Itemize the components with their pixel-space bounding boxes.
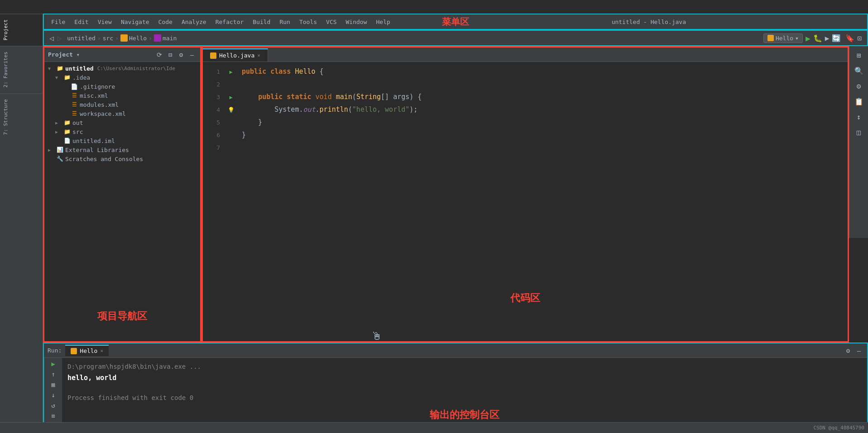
tree-label-untitled: untitled xyxy=(65,65,94,72)
menu-file[interactable]: File xyxy=(48,17,69,27)
layout-button[interactable]: ⊡ xyxy=(857,34,862,43)
breadcrumb-main[interactable]: main xyxy=(154,34,177,42)
console-stop-btn[interactable]: ■ xyxy=(47,381,60,389)
run-gutter-btn-3[interactable]: ▶ xyxy=(225,91,236,104)
main-icon xyxy=(154,34,161,42)
run-button[interactable]: ▶ xyxy=(806,33,810,43)
console-tab-hello[interactable]: Hello × xyxy=(65,345,109,356)
tree-item-untitled[interactable]: ▼ 📁 untitled C:\Users\Administrator\Ide xyxy=(44,64,200,73)
console-area: Run: Hello × ⚙ – ▶ ↑ ■ ↓ ↺ ≡ ⊞ D:\progra… xyxy=(43,343,868,433)
lightbulb-btn[interactable]: 💡 xyxy=(225,104,236,116)
back-button[interactable]: ◁ xyxy=(49,34,54,43)
console-settings-btn[interactable]: ⚙ xyxy=(844,346,853,355)
sidebar-tab-structure[interactable]: 7: Structure xyxy=(0,93,43,140)
breadcrumb-hello[interactable]: Hello xyxy=(120,34,147,42)
breadcrumb-sep-3: › xyxy=(149,35,152,42)
gutter-empty-7 xyxy=(225,142,236,154)
menu-tools[interactable]: Tools xyxy=(296,17,321,27)
menu-help[interactable]: Help xyxy=(373,17,394,27)
code-token: public xyxy=(258,91,287,103)
forward-button[interactable]: ▷ xyxy=(58,34,62,43)
console-content-row: ▶ ↑ ■ ↓ ↺ ≡ ⊞ D:\program\hspjdk8\bin\jav… xyxy=(44,358,867,432)
line-num-1: 1 xyxy=(216,66,220,78)
tree-arrow-idea: ▼ xyxy=(55,75,62,80)
sidebar-tab-favorites[interactable]: 2: Favorites xyxy=(0,46,43,93)
tree-label-out: out xyxy=(72,119,83,126)
menu-code[interactable]: Code xyxy=(155,17,176,27)
code-token: { xyxy=(316,66,324,78)
right-icon-6[interactable]: ◫ xyxy=(852,125,866,139)
code-token: ); xyxy=(409,104,417,116)
code-content: 1 2 3 4 5 6 7 ▶ ▶ 💡 public cla xyxy=(203,62,848,341)
console-line-output: hello, world xyxy=(67,372,862,384)
menu-edit[interactable]: Edit xyxy=(71,17,92,27)
tree-item-external[interactable]: ▶ 📊 External Libraries xyxy=(44,145,200,154)
file-icon-modules: ☰ xyxy=(71,101,78,108)
run-config-selector[interactable]: Hello ▾ xyxy=(763,33,803,43)
tab-close-btn[interactable]: × xyxy=(257,52,260,58)
console-run-btn[interactable]: ▶ xyxy=(47,360,60,368)
menu-navigate[interactable]: Navigate xyxy=(117,17,153,27)
bookmark-button[interactable]: 🔖 xyxy=(845,34,854,43)
collapse-all-btn[interactable]: ⊟ xyxy=(166,50,175,59)
code-token: ) { xyxy=(409,91,422,103)
console-tab-close[interactable]: × xyxy=(100,348,103,354)
breadcrumb-untitled[interactable]: untitled xyxy=(67,35,96,42)
editor-tab-hello[interactable]: Hello.java × xyxy=(203,48,268,62)
console-line-exit: Process finished with exit code 0 xyxy=(67,393,862,404)
menu-run[interactable]: Run xyxy=(276,17,293,27)
tree-item-src[interactable]: ▶ 📁 src xyxy=(44,127,200,136)
sync-panel-btn[interactable]: ⟳ xyxy=(155,50,164,59)
code-token: class xyxy=(270,66,295,78)
menu-view[interactable]: View xyxy=(94,17,115,27)
menu-build[interactable]: Build xyxy=(249,17,274,27)
left-sidebar: Project 2: Favorites 7: Structure xyxy=(0,14,43,433)
code-token: . xyxy=(316,104,320,116)
status-right: CSDN @qq_40845790 xyxy=(813,425,864,431)
right-icon-1[interactable]: ⊞ xyxy=(852,48,866,62)
debug-button[interactable]: 🐛 xyxy=(813,34,822,43)
right-icon-2[interactable]: 🔍 xyxy=(852,63,866,78)
sidebar-tab-project[interactable]: Project xyxy=(0,14,43,46)
external-icon: 📊 xyxy=(56,146,63,153)
console-down-btn[interactable]: ↓ xyxy=(47,391,60,400)
run-gutter-btn-1[interactable]: ▶ xyxy=(225,66,236,78)
tree-item-misc[interactable]: ☰ misc.xml xyxy=(44,91,200,100)
tree-item-workspace[interactable]: ☰ workspace.xml xyxy=(44,109,200,118)
right-icon-4[interactable]: 📋 xyxy=(852,94,866,109)
menu-refactor[interactable]: Refactor xyxy=(212,17,248,27)
breadcrumb-src[interactable]: src xyxy=(103,35,113,42)
tree-item-idea[interactable]: ▼ 📁 .idea xyxy=(44,73,200,82)
close-panel-btn[interactable]: – xyxy=(187,50,197,59)
run-config-area: Hello ▾ ▶ 🐛 ▶ 🔄 🔖 ⊡ xyxy=(763,33,862,43)
menu-analyze[interactable]: Analyze xyxy=(178,17,210,27)
tree-item-gitignore[interactable]: 📄 .gitignore xyxy=(44,82,200,91)
console-list-btn[interactable]: ≡ xyxy=(47,411,60,420)
tree-item-out[interactable]: ▶ 📁 out xyxy=(44,118,200,127)
line-num-6: 6 xyxy=(216,129,220,142)
coverage-button[interactable]: ▶ xyxy=(825,34,830,43)
profile-button[interactable]: 🔄 xyxy=(832,34,841,43)
tree-item-scratches[interactable]: 🔧 Scratches and Consoles xyxy=(44,154,200,163)
line-numbers: 1 2 3 4 5 6 7 xyxy=(203,62,225,341)
tree-label-iml: untitled.iml xyxy=(72,138,115,144)
right-icon-5[interactable]: ↕ xyxy=(852,109,866,124)
tree-item-modules[interactable]: ☰ modules.xml xyxy=(44,100,200,109)
console-rerun-btn[interactable]: ↺ xyxy=(47,401,60,409)
menu-vcs[interactable]: VCS xyxy=(322,17,340,27)
main-area: Project ▾ ⟳ ⊟ ⚙ – ▼ 📁 untitled C:\Users\… xyxy=(43,46,849,343)
console-up-btn[interactable]: ↑ xyxy=(47,370,60,379)
settings-panel-btn[interactable]: ⚙ xyxy=(177,50,186,59)
tree-item-iml[interactable]: 📄 untitled.iml xyxy=(44,136,200,145)
folder-icon-idea: 📁 xyxy=(63,74,71,81)
code-area[interactable]: public class Hello { public static void … xyxy=(236,62,848,341)
right-icon-3[interactable]: ⚙ xyxy=(852,79,866,93)
project-panel-header: Project ▾ ⟳ ⊟ ⚙ – xyxy=(44,48,200,62)
console-tab-icon xyxy=(71,348,77,354)
code-token: String xyxy=(356,91,381,103)
console-minimize-btn[interactable]: – xyxy=(854,346,863,355)
code-token: static xyxy=(287,91,315,103)
code-token: } xyxy=(242,129,246,141)
console-run-label: Run: xyxy=(48,347,62,354)
menu-window[interactable]: Window xyxy=(342,17,371,27)
